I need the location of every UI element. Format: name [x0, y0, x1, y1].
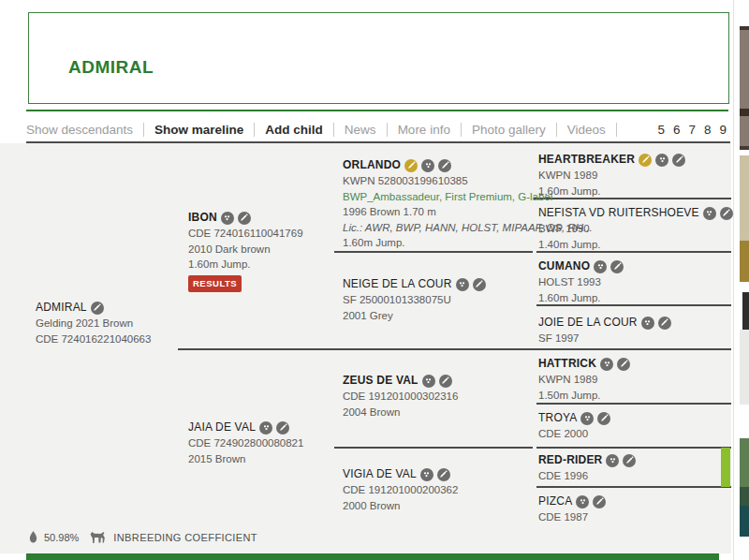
horse-name-link[interactable]: CUMANO	[538, 258, 590, 274]
family-tree-icon[interactable]	[655, 154, 668, 167]
approved-pencil-icon[interactable]	[404, 159, 418, 172]
edit-pencil-icon[interactable]	[439, 375, 452, 388]
studbook-year: CDE 1996	[538, 468, 636, 484]
horse-name-link[interactable]: ADMIRAL	[36, 300, 87, 316]
horse-name-link[interactable]: VIGIA DE VAL	[343, 466, 417, 482]
performance-level: 1.60m Jump.	[538, 290, 624, 306]
generations-6-button[interactable]: 6	[673, 123, 681, 137]
horse-name-link[interactable]: HATTRICK	[538, 356, 596, 372]
approved-pencil-icon[interactable]	[639, 154, 652, 167]
inbreeding-coefficient-row: 50.98% INBREEDING COEFFICIENT	[28, 530, 257, 544]
horse-name-link[interactable]: IBON	[188, 210, 217, 226]
edit-pencil-icon[interactable]	[597, 412, 610, 425]
horse-name-link[interactable]: HEARTBREAKER	[538, 152, 635, 168]
pedigree-cell-ibon: IBON CDE 724016110041769 2010 Dark brown…	[188, 210, 303, 292]
edit-pencil-icon[interactable]	[623, 454, 636, 467]
pedigree-cell-troya: TROYA CDE 2000	[538, 410, 610, 442]
family-tree-icon[interactable]	[606, 454, 619, 467]
family-tree-icon[interactable]	[594, 260, 607, 273]
page-title: ADMIRAL	[68, 57, 154, 78]
studbook-year: SF 1997	[538, 331, 671, 346]
birth-info: 2000 Brown	[343, 498, 458, 514]
family-tree-icon[interactable]	[703, 207, 716, 220]
family-tree-icon[interactable]	[600, 358, 613, 371]
studbook-year: BWP 1990	[538, 221, 733, 237]
birth-info: 2015 Brown	[188, 451, 303, 467]
edit-pencil-icon[interactable]	[473, 278, 486, 291]
show-mareline-button[interactable]: Show mareline	[144, 123, 254, 137]
add-child-button[interactable]: Add child	[255, 123, 333, 137]
horse-name-link[interactable]: JAIA DE VAL	[188, 420, 256, 435]
family-tree-icon[interactable]	[580, 412, 594, 425]
pedigree-cell-nefista: NEFISTA VD RUITERSHOEVE BWP 1990 1.40m J…	[538, 205, 733, 252]
pedigree-cell-red-rider: RED-RIDER CDE 1996	[538, 452, 636, 484]
family-tree-icon[interactable]	[641, 317, 654, 330]
edit-pencil-icon[interactable]	[720, 207, 733, 220]
family-tree-icon[interactable]	[420, 468, 433, 481]
drop-icon	[28, 530, 38, 544]
family-tree-icon[interactable]	[422, 375, 435, 388]
photo-gallery-button[interactable]: Photo gallery	[462, 123, 556, 137]
horse-name-link[interactable]: NEFISTA VD RUITERSHOEVE	[538, 205, 699, 221]
studbook-year: HOLST 1993	[538, 274, 624, 290]
pedigree-cell-hattrick: HATTRICK KWPN 1989 1.50m Jump.	[538, 356, 630, 403]
registration-number: CDE 191201000302316	[343, 389, 458, 405]
family-tree-icon[interactable]	[576, 495, 589, 508]
edit-pencil-icon[interactable]	[593, 495, 606, 508]
edit-pencil-icon[interactable]	[658, 317, 671, 330]
horse-name-link[interactable]: ORLANDO	[343, 157, 401, 173]
cropped-image-fragment	[742, 292, 749, 330]
edit-pencil-icon[interactable]	[672, 154, 685, 167]
generations-7-button[interactable]: 7	[688, 123, 696, 137]
pedigree-cell-neige-de-la-cour: NEIGE DE LA COUR SF 25000101338075U 2001…	[343, 276, 486, 323]
pedigree-cell-admiral: ADMIRAL Gelding 2021 Brown CDE 724016221…	[36, 300, 151, 346]
family-tree-icon[interactable]	[421, 159, 434, 172]
edit-pencil-icon[interactable]	[437, 468, 450, 481]
results-badge[interactable]: RESULTS	[188, 275, 242, 293]
horse-header-box: ADMIRAL	[28, 12, 729, 104]
pedigree-cell-jaia-de-val: JAIA DE VAL CDE 724902800080821 2015 Bro…	[188, 420, 303, 466]
performance-level: 1.60m Jump.	[538, 184, 685, 199]
generations-8-button[interactable]: 8	[704, 123, 712, 137]
edit-pencil-icon[interactable]	[238, 212, 251, 225]
pedigree-divider-line	[536, 447, 731, 449]
cropped-image-fragment	[740, 109, 749, 116]
edit-pencil-icon[interactable]	[610, 260, 624, 273]
cropped-image-fragment	[740, 241, 749, 282]
pedigree-grid: ADMIRAL Gelding 2021 Brown CDE 724016221…	[0, 143, 731, 553]
edit-pencil-icon[interactable]	[438, 159, 451, 172]
videos-button[interactable]: Videos	[557, 123, 616, 137]
horse-name-link[interactable]: TROYA	[538, 410, 577, 426]
horse-name-link[interactable]: JOIE DE LA COUR	[538, 315, 638, 331]
edit-pencil-icon[interactable]	[276, 421, 289, 435]
edit-pencil-icon[interactable]	[91, 302, 104, 315]
header-divider	[26, 110, 728, 111]
generations-9-button[interactable]: 9	[719, 123, 727, 137]
cropped-image-fragment	[740, 487, 749, 506]
pedigree-cell-joie-de-la-cour: JOIE DE LA COUR SF 1997	[538, 315, 671, 346]
inbreeding-value: 50.98%	[44, 532, 79, 543]
family-tree-icon[interactable]	[259, 421, 272, 435]
show-descendants-button[interactable]: Show descendants	[26, 123, 143, 137]
generations-5-button[interactable]: 5	[657, 123, 665, 137]
family-tree-icon[interactable]	[456, 278, 469, 291]
edit-pencil-icon[interactable]	[617, 358, 630, 371]
horse-name-link[interactable]: ZEUS DE VAL	[343, 373, 419, 389]
registration-number: SF 25000101338075U	[343, 292, 486, 308]
studbook-year: CDE 1987	[538, 509, 606, 525]
horse-description: Gelding 2021 Brown	[36, 316, 151, 332]
horse-name-link[interactable]: PIZCA	[538, 494, 572, 509]
pedigree-divider-line	[334, 447, 533, 449]
news-button[interactable]: News	[334, 123, 387, 137]
pedigree-cell-vigia-de-val: VIGIA DE VAL CDE 191201000200362 2000 Br…	[343, 466, 458, 513]
studbook-year: CDE 2000	[538, 426, 610, 442]
red-rider-highlight-marker	[721, 448, 730, 487]
registration-number: CDE 724016110041769	[188, 226, 303, 242]
horse-name-link[interactable]: RED-RIDER	[538, 452, 602, 468]
horse-name-link[interactable]: NEIGE DE LA COUR	[343, 276, 452, 292]
right-edge-cropped-content	[733, 0, 749, 560]
pedigree-divider-line	[536, 403, 731, 405]
more-info-button[interactable]: More info	[388, 123, 461, 137]
page-bottom-bar	[26, 553, 719, 560]
family-tree-icon[interactable]	[221, 212, 234, 225]
